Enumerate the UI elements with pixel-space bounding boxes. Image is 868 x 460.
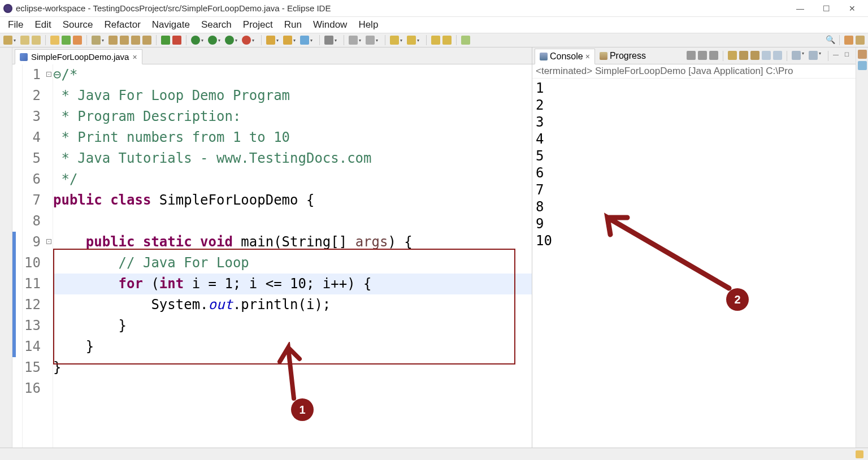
menu-help[interactable]: Help: [353, 18, 384, 32]
code-content[interactable]: ⊖/* * Java For Loop Demo Program * Progr…: [53, 64, 532, 448]
toggle2-icon[interactable]: [366, 36, 375, 45]
menu-edit[interactable]: Edit: [29, 18, 57, 32]
perspective-debug-icon[interactable]: [856, 36, 865, 45]
terminate-console-icon[interactable]: [687, 51, 696, 60]
run-last-icon[interactable]: [62, 36, 71, 45]
close-button[interactable]: ✕: [844, 4, 860, 13]
new-java-class-icon[interactable]: [300, 36, 309, 45]
resume-icon[interactable]: [161, 36, 170, 45]
display-console-icon[interactable]: [792, 51, 801, 60]
pin-console-icon[interactable]: [773, 51, 782, 60]
outline-view-icon[interactable]: [858, 50, 867, 59]
word-wrap-icon[interactable]: [750, 51, 760, 60]
fold-toggle-icon[interactable]: -: [46, 72, 51, 77]
editor-tab-active[interactable]: SimpleForLoopDemo.java ×: [15, 49, 142, 64]
code-editor[interactable]: 12345678910111213141516 - - ⊖/* * Java F…: [12, 64, 532, 448]
menu-project[interactable]: Project: [237, 18, 279, 32]
main-area: SimpleForLoopDemo.java × 123456789101112…: [0, 47, 868, 448]
maximize-button[interactable]: ☐: [818, 4, 834, 13]
title-bar: eclipse-workspace - TestingDocsProject/s…: [0, 0, 868, 17]
clear-console-icon[interactable]: [728, 51, 737, 60]
remove-launch-icon[interactable]: [698, 51, 707, 60]
debug-icon[interactable]: [92, 36, 101, 45]
toggle-icon[interactable]: [349, 36, 358, 45]
run-button-icon[interactable]: [191, 36, 200, 45]
coverage-icon[interactable]: [73, 36, 82, 45]
minimize-button[interactable]: —: [792, 4, 808, 13]
new-java-project-icon[interactable]: [266, 36, 275, 45]
step-over-icon[interactable]: [142, 36, 151, 45]
menu-navigate[interactable]: Navigate: [146, 18, 196, 32]
tab-close-icon[interactable]: ×: [132, 53, 137, 62]
perspective-java-icon[interactable]: [844, 36, 853, 45]
new-icon[interactable]: [3, 36, 12, 45]
task-view-icon[interactable]: [858, 61, 867, 70]
last-edit-icon[interactable]: [431, 36, 440, 45]
search-tb-icon[interactable]: [324, 36, 333, 45]
breakpoint-icon[interactable]: [120, 36, 129, 45]
main-toolbar: ▾ ▾ ▾ ▾ ▾ ▾ ▾ ▾ ▾ ▾ ▾ ▾ ▾ ▾ 🔍: [0, 33, 868, 47]
remove-all-icon[interactable]: [709, 51, 718, 60]
menu-source[interactable]: Source: [57, 18, 99, 32]
show-console-icon[interactable]: [762, 51, 771, 60]
left-trim: [0, 47, 12, 448]
step-icon[interactable]: [131, 36, 140, 45]
line-numbers: 12345678910111213141516: [23, 64, 45, 448]
back-icon[interactable]: [390, 36, 399, 45]
window-controls: — ☐ ✕: [792, 4, 865, 13]
right-trim: [856, 47, 868, 448]
menu-refactor[interactable]: Refactor: [99, 18, 146, 32]
eclipse-icon: [3, 4, 12, 13]
progress-tab-label: Progress: [610, 51, 646, 61]
console-pane: Console × Progress ▾ ▾ —: [532, 47, 856, 448]
fold-column: - -: [45, 64, 53, 448]
editor-tabs: SimpleForLoopDemo.java ×: [12, 47, 532, 64]
tab-close-icon[interactable]: ×: [585, 52, 590, 61]
new-java-package-icon[interactable]: [283, 36, 292, 45]
menu-bar: File Edit Source Refactor Navigate Searc…: [0, 17, 868, 33]
pin-editor-icon[interactable]: [461, 36, 470, 45]
open-type-icon[interactable]: [50, 36, 59, 45]
editor-pane: SimpleForLoopDemo.java × 123456789101112…: [12, 47, 532, 448]
scroll-lock-icon[interactable]: [739, 51, 748, 60]
menu-file[interactable]: File: [2, 18, 29, 32]
tab-console[interactable]: Console ×: [535, 49, 595, 64]
console-tab-label: Console: [550, 51, 583, 62]
save-all-icon[interactable]: [32, 36, 41, 45]
console-output[interactable]: 1 2 3 4 5 6 7 8 9 10: [532, 79, 856, 448]
debug-button-icon[interactable]: [208, 36, 217, 45]
console-header: <terminated> SimpleForLoopDemo [Java App…: [532, 64, 856, 79]
tab-progress[interactable]: Progress: [595, 49, 650, 63]
menu-window[interactable]: Window: [307, 18, 353, 32]
editor-tab-title: SimpleForLoopDemo.java: [31, 52, 129, 62]
console-tabs: Console × Progress ▾ ▾ —: [532, 47, 856, 64]
console-icon: [540, 53, 548, 60]
java-file-icon: [20, 53, 28, 61]
progress-icon: [600, 52, 607, 60]
window-title: eclipse-workspace - TestingDocsProject/s…: [16, 3, 792, 13]
open-console-icon[interactable]: [809, 51, 818, 60]
skip-breakpoints-icon[interactable]: [108, 36, 118, 45]
menu-run[interactable]: Run: [279, 18, 307, 32]
external-tools-icon[interactable]: [242, 36, 251, 45]
coverage-button-icon[interactable]: [225, 36, 234, 45]
menu-search[interactable]: Search: [196, 18, 237, 32]
fold-toggle-icon[interactable]: -: [46, 239, 51, 244]
terminate-icon[interactable]: [172, 36, 181, 45]
tip-icon[interactable]: [856, 450, 863, 458]
marker-bar: [12, 64, 23, 448]
save-icon[interactable]: [20, 36, 29, 45]
status-bar: [0, 448, 868, 460]
forward-icon[interactable]: [407, 36, 416, 45]
next-annotation-icon[interactable]: [442, 36, 452, 45]
